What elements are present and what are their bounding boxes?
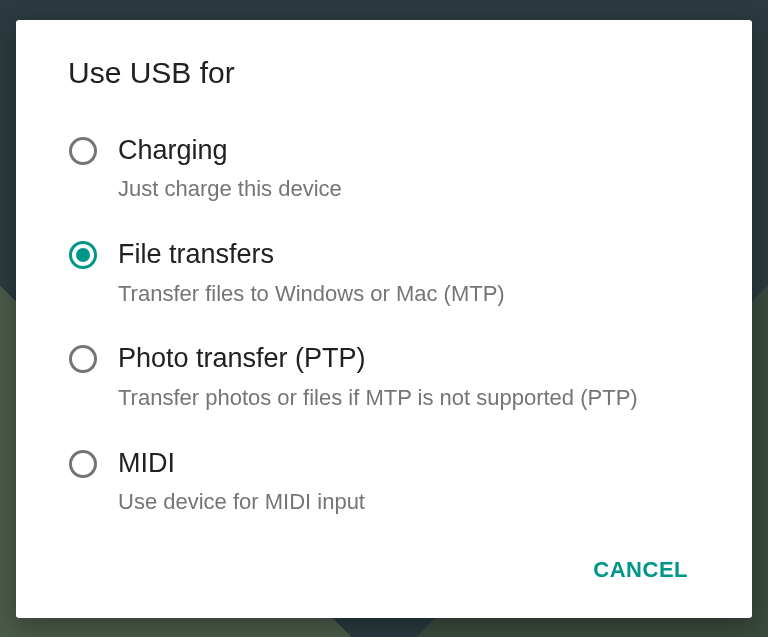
- option-label: MIDI: [118, 447, 365, 481]
- option-description: Just charge this device: [118, 175, 342, 204]
- option-text: File transfers Transfer files to Windows…: [118, 238, 505, 308]
- option-label: File transfers: [118, 238, 505, 272]
- option-description: Transfer files to Windows or Mac (MTP): [118, 280, 505, 309]
- options-list: Charging Just charge this device File tr…: [60, 122, 708, 539]
- option-midi[interactable]: MIDI Use device for MIDI input: [60, 435, 708, 539]
- option-text: MIDI Use device for MIDI input: [118, 447, 365, 517]
- option-text: Photo transfer (PTP) Transfer photos or …: [118, 342, 638, 412]
- usb-dialog: Use USB for Charging Just charge this de…: [16, 20, 752, 618]
- dialog-title: Use USB for: [68, 56, 708, 90]
- option-text: Charging Just charge this device: [118, 134, 342, 204]
- option-file-transfers[interactable]: File transfers Transfer files to Windows…: [60, 226, 708, 330]
- option-description: Transfer photos or files if MTP is not s…: [118, 384, 638, 413]
- option-label: Photo transfer (PTP): [118, 342, 638, 376]
- dialog-actions: CANCEL: [60, 539, 708, 603]
- option-photo-transfer[interactable]: Photo transfer (PTP) Transfer photos or …: [60, 330, 708, 434]
- radio-icon: [68, 136, 98, 166]
- option-charging[interactable]: Charging Just charge this device: [60, 122, 708, 226]
- cancel-button[interactable]: CANCEL: [579, 547, 702, 593]
- radio-icon: [68, 449, 98, 479]
- option-description: Use device for MIDI input: [118, 488, 365, 517]
- option-label: Charging: [118, 134, 342, 168]
- radio-icon: [68, 240, 98, 270]
- radio-icon: [68, 344, 98, 374]
